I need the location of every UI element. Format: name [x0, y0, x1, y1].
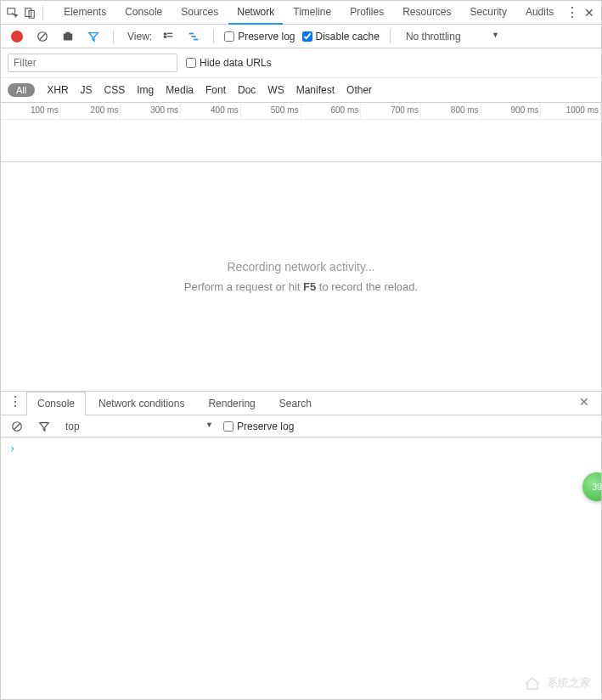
- empty-line2: Perform a request or hit F5 to record th…: [184, 280, 418, 293]
- svg-rect-6: [65, 31, 70, 34]
- divider: [42, 6, 43, 20]
- more-menu-icon[interactable]: ⋮: [565, 3, 579, 22]
- tick: 300 ms: [121, 103, 181, 119]
- tab-profiles[interactable]: Profiles: [341, 1, 392, 25]
- svg-rect-9: [167, 32, 172, 33]
- drawer-tab-network-conditions[interactable]: Network conditions: [87, 392, 195, 415]
- console-preserve-log-checkbox[interactable]: Preserve log: [223, 421, 294, 432]
- tab-elements[interactable]: Elements: [55, 1, 115, 25]
- type-filter-img[interactable]: Img: [137, 84, 154, 96]
- empty-line2-post: to record the reload.: [316, 280, 418, 293]
- svg-rect-8: [164, 36, 167, 38]
- drawer-close-icon[interactable]: ✕: [572, 392, 596, 415]
- tick: 500 ms: [241, 103, 301, 119]
- drawer-tab-rendering[interactable]: Rendering: [197, 392, 266, 415]
- tab-console[interactable]: Console: [116, 1, 171, 25]
- watermark: 系统之家: [523, 675, 591, 691]
- type-filter-css[interactable]: CSS: [104, 84, 126, 96]
- tick: 700 ms: [361, 103, 421, 119]
- type-filter-media[interactable]: Media: [166, 84, 194, 96]
- watermark-text: 系统之家: [547, 675, 591, 691]
- preserve-log-label: Preserve log: [238, 31, 295, 42]
- drawer-more-icon[interactable]: ⋮: [6, 392, 25, 410]
- svg-line-4: [40, 33, 46, 39]
- tab-security[interactable]: Security: [462, 1, 515, 25]
- device-mode-icon[interactable]: [23, 3, 37, 22]
- console-prompt-icon: ›: [9, 443, 15, 454]
- type-filter-js[interactable]: JS: [81, 84, 93, 96]
- drawer-tab-search[interactable]: Search: [268, 392, 323, 415]
- type-filter-row: All XHR JS CSS Img Media Font Doc WS Man…: [1, 78, 601, 103]
- divider: [113, 30, 114, 43]
- type-filter-doc[interactable]: Doc: [238, 84, 256, 96]
- filter-input[interactable]: [8, 54, 177, 72]
- divider: [390, 30, 391, 43]
- tick: 100 ms: [1, 103, 61, 119]
- tab-timeline[interactable]: Timeline: [284, 1, 340, 25]
- filter-row: Hide data URLs: [1, 48, 601, 78]
- drawer-tab-console[interactable]: Console: [26, 392, 86, 415]
- network-toolbar: View: Preserve log Disable cache No thro…: [1, 25, 601, 48]
- svg-rect-0: [8, 8, 15, 14]
- record-button[interactable]: [8, 27, 26, 46]
- type-filter-xhr[interactable]: XHR: [47, 84, 68, 96]
- tab-resources[interactable]: Resources: [394, 1, 459, 25]
- tick: 1000 ms: [541, 103, 601, 119]
- network-empty-state: Recording network activity... Perform a …: [1, 162, 601, 392]
- view-waterfall-icon[interactable]: [184, 27, 203, 46]
- empty-line2-pre: Perform a request or hit: [184, 280, 303, 293]
- tab-sources[interactable]: Sources: [172, 1, 227, 25]
- type-filter-font[interactable]: Font: [205, 84, 226, 96]
- svg-line-15: [14, 423, 20, 429]
- timeline-ticks: 100 ms 200 ms 300 ms 400 ms 500 ms 600 m…: [1, 103, 601, 120]
- svg-rect-12: [192, 36, 196, 37]
- floating-badge[interactable]: 39: [582, 472, 602, 501]
- inspect-element-icon[interactable]: [6, 3, 20, 22]
- tab-network[interactable]: Network: [228, 1, 283, 25]
- tick: 600 ms: [301, 103, 362, 119]
- devtools-main-toolbar: Elements Console Sources Network Timelin…: [1, 1, 601, 25]
- clear-icon[interactable]: [33, 27, 52, 46]
- tick: 900 ms: [481, 103, 542, 119]
- divider: [213, 30, 214, 43]
- svg-rect-1: [25, 8, 31, 16]
- tick: 200 ms: [61, 103, 121, 119]
- tab-audits[interactable]: Audits: [517, 1, 562, 25]
- disable-cache-label: Disable cache: [316, 31, 380, 42]
- house-icon: [523, 675, 542, 691]
- tick: 400 ms: [181, 103, 241, 119]
- empty-line1: Recording network activity...: [227, 260, 374, 274]
- svg-rect-13: [194, 38, 198, 40]
- preserve-log-checkbox[interactable]: Preserve log: [224, 31, 295, 42]
- console-clear-icon[interactable]: [8, 417, 26, 436]
- empty-line2-key: F5: [303, 280, 316, 293]
- throttling-select[interactable]: No throttling: [401, 29, 503, 44]
- filter-toggle-icon[interactable]: [84, 27, 103, 46]
- drawer-tabs: ⋮ Console Network conditions Rendering S…: [1, 392, 601, 415]
- svg-rect-11: [189, 32, 194, 34]
- hide-data-urls-checkbox[interactable]: Hide data URLs: [186, 57, 272, 69]
- type-filter-ws[interactable]: WS: [267, 84, 284, 96]
- tick: 800 ms: [421, 103, 481, 119]
- console-context-select[interactable]: top: [62, 419, 215, 434]
- console-filter-icon[interactable]: [35, 417, 53, 436]
- svg-rect-7: [164, 32, 167, 35]
- svg-rect-5: [64, 33, 73, 40]
- main-tabs: Elements Console Sources Network Timelin…: [50, 1, 562, 25]
- svg-rect-10: [167, 36, 172, 37]
- disable-cache-checkbox[interactable]: Disable cache: [302, 31, 380, 42]
- console-body[interactable]: ›: [1, 438, 601, 460]
- type-filter-manifest[interactable]: Manifest: [296, 84, 335, 96]
- capture-screenshot-icon[interactable]: [59, 27, 77, 46]
- type-filter-all[interactable]: All: [8, 83, 35, 97]
- console-toolbar: top Preserve log: [1, 415, 601, 438]
- view-label: View:: [127, 31, 152, 42]
- view-large-icon[interactable]: [159, 27, 177, 46]
- type-filter-other[interactable]: Other: [346, 84, 372, 96]
- close-devtools-icon[interactable]: ✕: [582, 3, 596, 22]
- timeline-overview[interactable]: 100 ms 200 ms 300 ms 400 ms 500 ms 600 m…: [1, 103, 601, 162]
- console-preserve-log-label: Preserve log: [237, 421, 294, 432]
- hide-data-urls-label: Hide data URLs: [200, 57, 272, 69]
